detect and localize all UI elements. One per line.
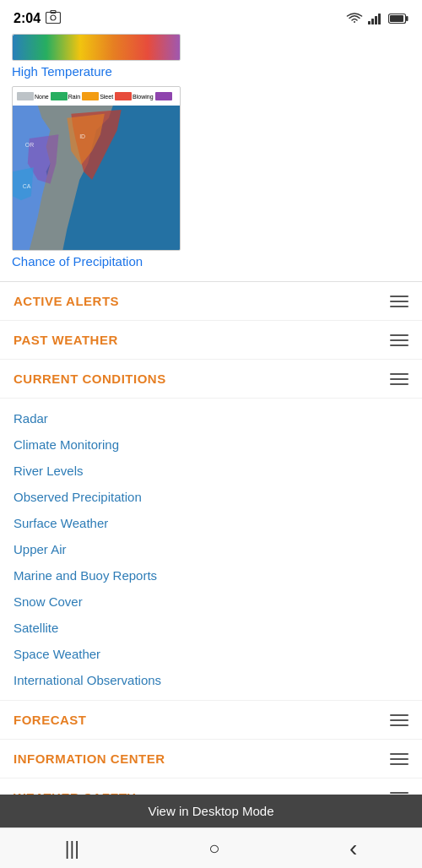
forecast-menu[interactable] bbox=[390, 714, 408, 726]
svg-text:CA: CA bbox=[23, 183, 31, 189]
status-bar: 2:04 bbox=[0, 0, 422, 34]
menu-item-space-weather[interactable]: Space Weather bbox=[0, 641, 422, 667]
svg-rect-3 bbox=[368, 21, 371, 24]
past-weather-title: PAST WEATHER bbox=[14, 333, 118, 347]
wifi-icon bbox=[346, 12, 363, 25]
svg-rect-0 bbox=[46, 13, 61, 24]
high-temp-card: High Temperature bbox=[12, 34, 410, 79]
map-body: OR CA ID bbox=[13, 106, 180, 250]
svg-rect-5 bbox=[375, 16, 377, 24]
menu-item-river-levels[interactable]: River Levels bbox=[0, 458, 422, 484]
forecast-title: FORECAST bbox=[14, 713, 87, 727]
information-center-menu[interactable] bbox=[390, 753, 408, 765]
current-conditions-section: CURRENT CONDITIONS bbox=[0, 360, 422, 399]
svg-rect-4 bbox=[371, 19, 374, 24]
current-conditions-title: CURRENT CONDITIONS bbox=[14, 372, 166, 386]
active-alerts-title: ACTIVE ALERTS bbox=[14, 294, 119, 308]
menu-item-climate-monitoring[interactable]: Climate Monitoring bbox=[0, 431, 422, 458]
menu-item-surface-weather[interactable]: Surface Weather bbox=[0, 510, 422, 536]
time-display: 2:04 bbox=[14, 11, 41, 26]
legend-extra bbox=[155, 92, 172, 100]
battery-icon bbox=[388, 13, 408, 24]
photo-icon bbox=[46, 10, 61, 27]
legend-none: None bbox=[17, 92, 49, 100]
menu-item-observed-precipitation[interactable]: Observed Precipitation bbox=[0, 484, 422, 510]
active-alerts-section: ACTIVE ALERTS bbox=[0, 282, 422, 321]
menu-item-marine-buoy-reports[interactable]: Marine and Buoy Reports bbox=[0, 562, 422, 589]
svg-point-1 bbox=[51, 15, 56, 20]
nav-home-button[interactable]: ○ bbox=[192, 831, 236, 866]
precip-link[interactable]: Chance of Precipitation bbox=[12, 254, 143, 269]
svg-text:OR: OR bbox=[25, 142, 34, 148]
menu-item-satellite[interactable]: Satellite bbox=[0, 615, 422, 641]
active-alerts-menu[interactable] bbox=[390, 296, 408, 307]
past-weather-menu[interactable] bbox=[390, 334, 408, 346]
status-right bbox=[346, 12, 408, 25]
precip-map-image: None Rain Sleet Blowing bbox=[12, 86, 181, 251]
menu-item-upper-air[interactable]: Upper Air bbox=[0, 536, 422, 562]
nav-menu-button[interactable]: ||| bbox=[48, 831, 96, 866]
desktop-mode-label: View in Desktop Mode bbox=[149, 804, 274, 818]
desktop-mode-bar[interactable]: View in Desktop Mode bbox=[0, 795, 422, 827]
menu-item-snow-cover[interactable]: Snow Cover bbox=[0, 589, 422, 615]
menu-item-international-observations[interactable]: International Observations bbox=[0, 667, 422, 693]
legend-sleet: Sleet bbox=[82, 92, 113, 100]
precip-legend: None Rain Sleet Blowing bbox=[14, 89, 178, 104]
legend-rain: Rain bbox=[51, 92, 80, 100]
status-left: 2:04 bbox=[14, 10, 61, 27]
menu-item-radar[interactable]: Radar bbox=[0, 405, 422, 431]
high-temp-link[interactable]: High Temperature bbox=[12, 64, 112, 79]
information-center-section: INFORMATION CENTER bbox=[0, 740, 422, 778]
current-conditions-menu[interactable] bbox=[390, 373, 408, 385]
nav-bar: ||| ○ ‹ bbox=[0, 827, 422, 868]
information-center-title: INFORMATION CENTER bbox=[14, 751, 165, 766]
nav-back-button[interactable]: ‹ bbox=[333, 828, 374, 869]
signal-icon bbox=[368, 13, 383, 24]
current-conditions-items: Radar Climate Monitoring River Levels Ob… bbox=[0, 399, 422, 701]
svg-rect-9 bbox=[406, 16, 408, 21]
past-weather-section: PAST WEATHER bbox=[0, 321, 422, 360]
precip-card: None Rain Sleet Blowing bbox=[12, 86, 410, 269]
image-section: High Temperature None Rain Sleet bbox=[0, 34, 422, 282]
svg-text:ID: ID bbox=[79, 133, 85, 139]
forecast-section: FORECAST bbox=[0, 701, 422, 740]
svg-rect-8 bbox=[390, 15, 403, 22]
legend-blowing: Blowing bbox=[115, 92, 154, 100]
svg-rect-6 bbox=[378, 14, 381, 24]
